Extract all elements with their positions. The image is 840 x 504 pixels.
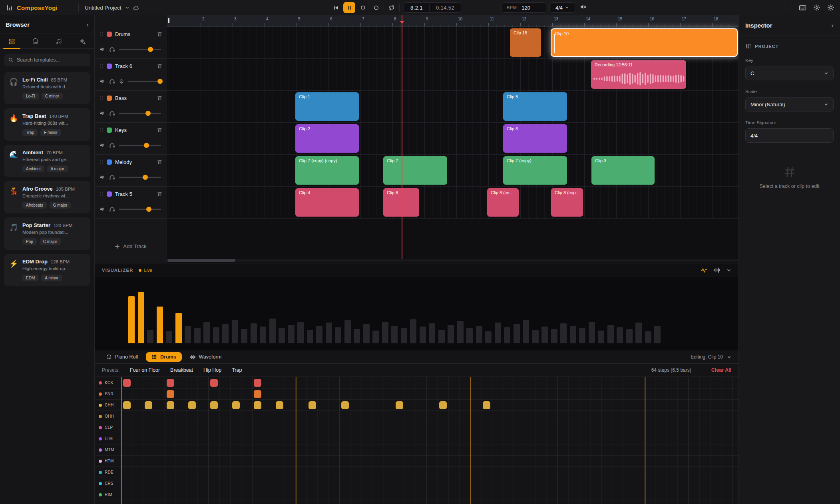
clip[interactable]: Clip 3 xyxy=(591,156,655,185)
collapse-browser-chevron-right-icon[interactable]: › xyxy=(86,21,89,28)
step-cell-on[interactable] xyxy=(254,379,261,387)
volume-slider[interactable] xyxy=(128,78,161,84)
drum-row-label[interactable]: RIM xyxy=(95,489,121,500)
drum-row-label[interactable]: MTM xyxy=(95,444,121,456)
settings-gear-icon[interactable] xyxy=(813,4,820,11)
track-row[interactable]: Keys xyxy=(95,123,167,155)
speaker-icon[interactable] xyxy=(100,78,105,84)
speaker-icon[interactable] xyxy=(100,174,105,180)
pulse-mode-icon[interactable] xyxy=(701,267,707,273)
step-cell-on[interactable] xyxy=(276,401,283,409)
clip[interactable]: Clip 15 xyxy=(510,28,541,57)
speaker-icon[interactable] xyxy=(100,142,105,148)
mute-button[interactable] xyxy=(579,3,587,10)
volume-knob[interactable] xyxy=(148,47,153,52)
track-color-chip[interactable] xyxy=(107,127,112,133)
bpm-value[interactable]: 120 xyxy=(522,5,530,11)
delete-track-trash-icon[interactable] xyxy=(157,159,163,165)
drum-row-label[interactable]: SNR xyxy=(95,388,121,400)
headphones-icon[interactable] xyxy=(109,174,115,180)
clip[interactable]: Clip 5 xyxy=(503,92,567,121)
track-color-chip[interactable] xyxy=(107,159,112,165)
clip[interactable]: Clip 6 xyxy=(503,124,567,153)
step-cell-on[interactable] xyxy=(309,401,316,409)
clip[interactable]: Clip 7 xyxy=(383,156,447,185)
step-cell-on[interactable] xyxy=(145,401,152,409)
tab-instruments[interactable] xyxy=(24,34,47,48)
drag-handle-icon[interactable] xyxy=(100,95,104,101)
drag-handle-icon[interactable] xyxy=(100,191,104,197)
drum-row-label[interactable]: CRS xyxy=(95,478,121,489)
template-card[interactable]: 🔥 Trap Beat 140 BPM Hard-hitting 808s wi… xyxy=(4,108,90,141)
drum-row-label[interactable]: CHH xyxy=(95,400,121,411)
track-name[interactable]: Drums xyxy=(115,31,153,37)
volume-slider[interactable] xyxy=(119,174,161,180)
theme-toggle-sun-icon[interactable] xyxy=(827,4,834,11)
volume-slider[interactable] xyxy=(119,206,161,212)
drum-row-label[interactable]: PRC xyxy=(95,500,121,504)
track-name[interactable]: Melody xyxy=(115,159,153,165)
delete-track-trash-icon[interactable] xyxy=(157,63,163,69)
step-cell-on[interactable] xyxy=(341,401,349,409)
track-color-chip[interactable] xyxy=(107,32,112,37)
headphones-icon[interactable] xyxy=(109,110,115,116)
step-cell-on[interactable] xyxy=(167,390,174,398)
search-templates-box[interactable] xyxy=(4,54,90,66)
clip[interactable]: Clip 7 (copy) (copy) xyxy=(295,156,359,185)
scrollbar-thumb[interactable] xyxy=(167,259,235,262)
track-color-chip[interactable] xyxy=(107,96,112,101)
step-cell-on[interactable] xyxy=(167,379,174,387)
volume-slider[interactable] xyxy=(119,110,161,116)
record-button[interactable] xyxy=(370,2,382,13)
speaker-icon[interactable] xyxy=(100,206,105,212)
speaker-icon[interactable] xyxy=(100,46,105,52)
time-signature-select[interactable]: 4/4 xyxy=(549,2,575,13)
drag-handle-icon[interactable] xyxy=(100,63,104,69)
clip[interactable]: Clip 8 xyxy=(383,188,419,217)
track-row[interactable]: Melody xyxy=(95,155,167,187)
pause-button[interactable] xyxy=(343,2,355,13)
clip[interactable]: Clip 7 (copy) xyxy=(503,156,567,185)
drum-row-label[interactable]: KCK xyxy=(95,377,121,388)
track-color-chip[interactable] xyxy=(107,191,112,197)
track-color-chip[interactable] xyxy=(107,64,112,69)
drum-row-label[interactable]: OHH xyxy=(95,411,121,422)
volume-knob[interactable] xyxy=(157,79,163,84)
drag-handle-icon[interactable] xyxy=(100,127,104,133)
step-cell-on[interactable] xyxy=(483,401,490,409)
track-name[interactable]: Track 6 xyxy=(115,63,153,69)
track-name[interactable]: Track 5 xyxy=(115,191,153,197)
preset-button[interactable]: Hip Hop xyxy=(203,367,221,373)
speaker-icon[interactable] xyxy=(100,110,105,116)
step-cell-on[interactable] xyxy=(210,401,218,409)
volume-slider[interactable] xyxy=(119,142,161,148)
volume-knob[interactable] xyxy=(144,143,149,148)
step-cell-on[interactable] xyxy=(123,379,131,387)
step-cell-on[interactable] xyxy=(167,401,174,409)
loop-button[interactable] xyxy=(386,2,397,13)
clip[interactable]: Clip 8 (copy) xyxy=(487,188,519,217)
clear-all-button[interactable]: Clear All xyxy=(711,367,731,373)
bpm-field[interactable]: BPM 120 xyxy=(502,2,546,13)
clip-trim-handle[interactable] xyxy=(554,34,555,53)
mic-icon[interactable] xyxy=(119,78,124,84)
collapse-visualizer-chevron-icon[interactable] xyxy=(727,268,731,273)
step-cell-on[interactable] xyxy=(254,390,261,398)
clip[interactable]: Clip 4 xyxy=(295,188,359,217)
time-signature-value-box[interactable]: 4/4 xyxy=(745,128,834,143)
delete-track-trash-icon[interactable] xyxy=(157,127,163,133)
step-cell-on[interactable] xyxy=(123,401,131,409)
track-name[interactable]: Bass xyxy=(115,95,153,101)
volume-knob[interactable] xyxy=(146,207,151,212)
headphones-icon[interactable] xyxy=(109,142,115,148)
skip-to-start-button[interactable] xyxy=(330,2,341,13)
volume-knob[interactable] xyxy=(145,111,151,116)
editor-tab-drums[interactable]: Drums xyxy=(146,352,182,362)
preset-button[interactable]: Breakbeat xyxy=(170,367,193,373)
drum-row-label[interactable]: LTM xyxy=(95,433,121,444)
drag-handle-icon[interactable] xyxy=(100,159,104,165)
headphones-icon[interactable] xyxy=(109,78,115,84)
clip[interactable]: Clip 2 xyxy=(295,124,359,153)
preset-button[interactable]: Trap xyxy=(232,367,242,373)
track-row[interactable]: Bass xyxy=(95,91,167,123)
